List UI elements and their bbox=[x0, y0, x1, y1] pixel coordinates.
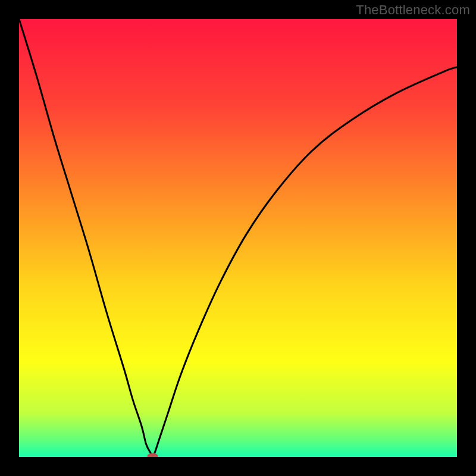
watermark-label: TheBottleneck.com bbox=[356, 2, 470, 18]
chart-frame: TheBottleneck.com bbox=[0, 0, 476, 476]
plot-area bbox=[19, 19, 457, 457]
chart-svg bbox=[19, 19, 457, 457]
